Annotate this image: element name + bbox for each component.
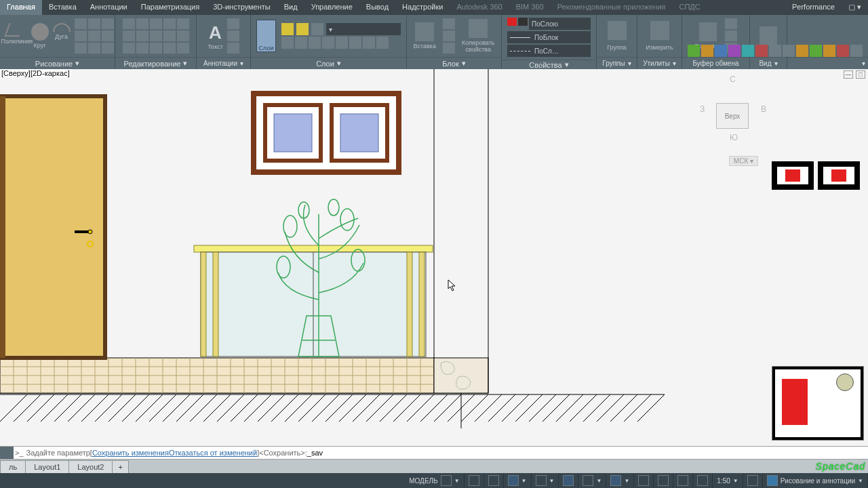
sheet-thumb-1[interactable] (772, 161, 814, 190)
block-insert[interactable]: Вставка (414, 22, 436, 49)
arc-tool[interactable]: Дуга (53, 23, 71, 49)
panel-extra-label[interactable]: ▾ (787, 57, 868, 69)
trim-tool[interactable] (150, 18, 162, 29)
baseview-button[interactable] (760, 26, 777, 45)
scale-tool[interactable] (136, 43, 149, 54)
text-tool[interactable]: AТекст (208, 22, 223, 50)
status-model[interactable]: МОДЕЛЬ (409, 477, 437, 485)
tab-3d[interactable]: 3D-инструменты (206, 0, 277, 15)
extra-12[interactable] (837, 45, 849, 57)
status-transparency-icon[interactable] (610, 475, 621, 486)
cmd-option-discard[interactable]: Отказаться от изменений (169, 449, 257, 457)
layout-tab-1[interactable]: Layout1 (25, 460, 69, 473)
panel-layers-label[interactable]: Слои ▾ (251, 57, 406, 69)
status-sc-icon[interactable] (697, 475, 708, 486)
explode-tool[interactable] (177, 30, 189, 41)
extra-13[interactable] (850, 45, 863, 57)
block-attr[interactable] (443, 43, 455, 54)
status-anno-icon[interactable] (747, 475, 758, 486)
panel-groups-label[interactable]: Группы ▾ (597, 57, 637, 69)
command-line[interactable]: >_ Задайте параметр [ Сохранить изменени… (0, 446, 868, 460)
layer-thaw[interactable] (363, 37, 375, 49)
draw-mini-1[interactable] (75, 18, 87, 29)
viewcube[interactable]: С З В Ю Верх (698, 75, 766, 142)
panel-block-label[interactable]: Блок ▾ (407, 57, 501, 69)
copy-tool[interactable] (123, 30, 135, 41)
layer-match[interactable] (281, 37, 294, 49)
layer-state[interactable] (322, 37, 334, 49)
tab-performance[interactable]: Performance (785, 0, 842, 15)
panel-view-label[interactable]: Вид ▾ (750, 57, 787, 69)
extend-tool[interactable] (163, 18, 176, 29)
status-grid-icon[interactable] (441, 475, 452, 486)
extra-8[interactable] (783, 45, 795, 57)
color-swatch-bylayer[interactable] (518, 18, 528, 26)
tab-param[interactable]: Параметризация (134, 0, 206, 15)
tab-output[interactable]: Вывод (359, 0, 395, 15)
extra-7[interactable] (769, 45, 781, 57)
tab-addins[interactable]: Надстройки (395, 0, 450, 15)
stretch-tool[interactable] (123, 43, 135, 54)
circle-tool[interactable]: Круг (31, 23, 49, 49)
tab-main[interactable]: Главная (0, 0, 42, 15)
status-lwt-icon[interactable] (583, 475, 593, 486)
viewcube-top-face[interactable]: Верх (716, 103, 749, 129)
extra-1[interactable] (688, 45, 700, 57)
layer-more[interactable] (376, 37, 389, 49)
match-properties[interactable]: Копировать свойства (462, 19, 494, 53)
mirror-tool[interactable] (136, 30, 149, 41)
status-polar-icon[interactable] (508, 475, 519, 486)
status-workspace[interactable]: Рисование и аннотации (781, 477, 855, 485)
offset-tool[interactable] (163, 43, 176, 54)
status-scale[interactable]: 1:50 (717, 477, 730, 485)
viewcube-south[interactable]: Ю (730, 133, 738, 142)
cmd-icon[interactable] (0, 447, 14, 459)
extra-4[interactable] (728, 45, 741, 57)
rotate-tool[interactable] (136, 18, 149, 29)
status-ortho-icon[interactable] (488, 475, 499, 486)
panel-edit-label[interactable]: Редактирование ▾ (115, 57, 196, 69)
tab-manage[interactable]: Управление (304, 0, 359, 15)
ucs-dropdown[interactable]: МСК ▾ (729, 156, 758, 166)
extra-2[interactable] (701, 45, 713, 57)
status-dyn-icon[interactable] (658, 475, 669, 486)
measure-button[interactable] (650, 21, 669, 40)
draw-mini-6[interactable] (102, 30, 114, 41)
panel-draw-label[interactable]: Рисование ▾ (0, 57, 115, 69)
panel-props-label[interactable]: Свойства ▾ (502, 60, 596, 69)
draw-mini-3[interactable] (102, 18, 114, 29)
tab-insert[interactable]: Вставка (42, 0, 83, 15)
block-edit[interactable] (443, 30, 455, 41)
leader-tool[interactable] (227, 30, 239, 41)
extra-6[interactable] (755, 45, 768, 57)
draw-mini-5[interactable] (88, 30, 100, 41)
edit-more[interactable] (177, 43, 189, 54)
linetype-combo[interactable]: ПоСл… (507, 45, 591, 57)
tab-annotate[interactable]: Аннотации (83, 0, 134, 15)
layer-off-icon[interactable] (281, 23, 294, 35)
table-tool[interactable] (227, 43, 239, 54)
move-tool[interactable] (123, 18, 135, 29)
cmd-option-save[interactable]: Сохранить изменения (92, 449, 169, 457)
viewport-label[interactable]: [Сверху][2D-каркас] (0, 69, 71, 77)
extra-3[interactable] (715, 45, 727, 57)
tab-overflow[interactable]: ▢ ▾ (842, 0, 868, 15)
cut-button[interactable] (725, 18, 737, 29)
draw-mini-2[interactable] (88, 18, 100, 29)
extra-5[interactable] (742, 45, 754, 57)
draw-mini-9[interactable] (102, 43, 114, 54)
extra-9[interactable] (796, 45, 808, 57)
status-qp-icon[interactable] (677, 475, 688, 486)
array-tool[interactable] (150, 43, 162, 54)
lineweight-combo[interactable]: ПоБлок (507, 31, 591, 43)
color-swatch-red[interactable] (507, 18, 517, 26)
draw-mini-4[interactable] (75, 30, 87, 41)
layer-hide[interactable] (349, 37, 361, 49)
panel-clip-label[interactable]: Буфер обмена (682, 57, 749, 69)
group-button[interactable] (608, 21, 627, 40)
layer-prev[interactable] (309, 37, 321, 49)
layer-freeze-icon[interactable] (296, 23, 309, 35)
viewcube-west[interactable]: З (700, 104, 705, 114)
viewcube-east[interactable]: В (761, 104, 766, 114)
layout-tab-2[interactable]: Layout2 (68, 460, 113, 473)
